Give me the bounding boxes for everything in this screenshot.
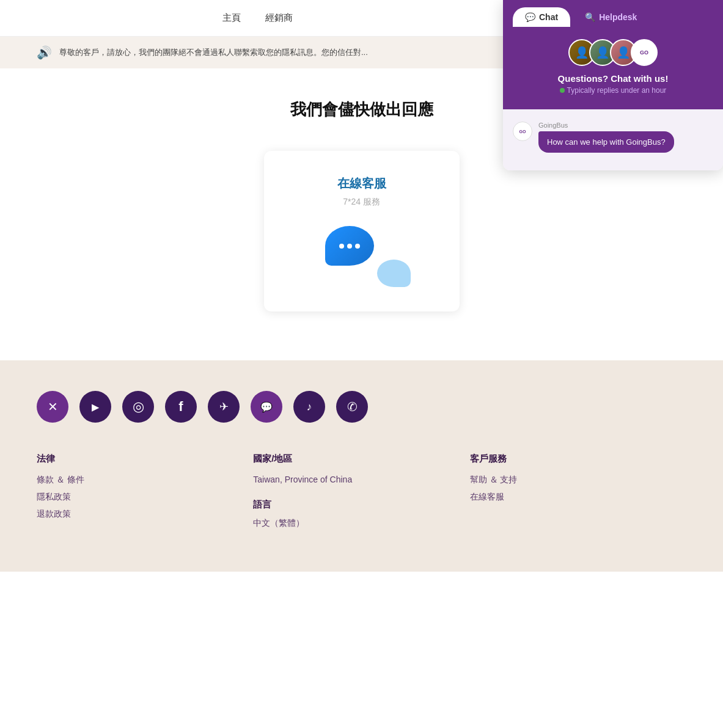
chat-message-bubble: How can we help with GoingBus? — [538, 131, 674, 153]
social-instagram[interactable]: ◎ — [122, 391, 154, 423]
notice-text: 尊敬的客戶，請放心，我們的團隊絕不會通過私人聯繫索取您的隱私訊息。您的信任對..… — [59, 47, 368, 58]
footer-lang-heading: 語言 — [253, 499, 469, 511]
footer-legal-heading: 法律 — [37, 453, 253, 465]
chat-bubble-secondary — [377, 260, 411, 287]
footer-online-service[interactable]: 在線客服 — [470, 492, 686, 503]
message-avatar-logo: GO — [519, 129, 526, 134]
chat-header-title: Questions? Chat with us! — [515, 73, 711, 84]
social-kakao[interactable]: 💬 — [251, 391, 282, 423]
footer-region: 國家/地區 Taiwan, Province of China 語言 中文（繁體… — [253, 453, 469, 535]
chat-message-sender: GoingBus — [538, 122, 674, 129]
chat-widget-body: GO GoingBus How can we help with GoingBu… — [503, 109, 723, 170]
service-card-title: 在線客服 — [301, 175, 423, 192]
chat-tab-chat[interactable]: 💬 Chat — [513, 7, 570, 27]
chat-status-text: Typically replies under an hour — [567, 86, 667, 95]
footer-privacy[interactable]: 隱私政策 — [37, 492, 253, 503]
footer-legal: 法律 條款 ＆ 條件 隱私政策 退款政策 — [37, 453, 253, 535]
chat-bubble-tab-icon: 💬 — [525, 12, 535, 22]
footer-region-heading: 國家/地區 — [253, 453, 469, 465]
chat-bubble-main — [325, 226, 374, 266]
chat-tabs: 💬 Chat 🔍 Helpdesk — [503, 0, 723, 27]
main-nav: 主頁 經銷商 — [222, 12, 293, 24]
chat-tab-helpdesk-label: Helpdesk — [599, 12, 637, 22]
chat-widget-header: 👤 👤 👤 GO Questions? Chat with us! Typica… — [503, 27, 723, 109]
dot-2 — [347, 244, 352, 249]
chat-tab-helpdesk[interactable]: 🔍 Helpdesk — [573, 7, 649, 27]
footer-refund[interactable]: 退款政策 — [37, 509, 253, 520]
dot-1 — [339, 244, 344, 249]
footer-support: 客戶服務 幫助 ＆ 支持 在線客服 — [470, 453, 686, 535]
footer-help[interactable]: 幫助 ＆ 支持 — [470, 475, 686, 486]
chat-message-content: GoingBus How can we help with GoingBus? — [538, 122, 674, 153]
footer-columns: 法律 條款 ＆ 條件 隱私政策 退款政策 國家/地區 Taiwan, Provi… — [37, 453, 686, 535]
social-row: ✕ ▶ ◎ f ✈ 💬 ♪ ✆ — [37, 391, 686, 423]
search-tab-icon: 🔍 — [585, 12, 595, 22]
chat-dots — [339, 244, 360, 249]
agent-avatar-logo: GO — [631, 39, 658, 66]
social-youtube[interactable]: ▶ — [79, 391, 111, 423]
service-card-subtitle: 7*24 服務 — [301, 197, 423, 208]
chat-header-status: Typically replies under an hour — [515, 86, 711, 95]
social-facebook[interactable]: f — [165, 391, 197, 423]
chat-message-avatar: GO — [513, 122, 532, 141]
social-tiktok[interactable]: ♪ — [293, 391, 325, 423]
nav-dealer[interactable]: 經銷商 — [265, 12, 293, 24]
nav-home[interactable]: 主頁 — [222, 12, 241, 24]
footer-support-heading: 客戶服務 — [470, 453, 686, 465]
chat-widget: 💬 Chat 🔍 Helpdesk 👤 👤 👤 GO Questions? Ch… — [503, 0, 723, 170]
footer-region-value[interactable]: Taiwan, Province of China — [253, 475, 469, 484]
chat-bubble-icon — [325, 226, 398, 281]
service-card[interactable]: 在線客服 7*24 服務 — [264, 151, 460, 311]
social-whatsapp[interactable]: ✆ — [336, 391, 368, 423]
speaker-icon: 🔊 — [37, 45, 52, 60]
chat-message-row: GO GoingBus How can we help with GoingBu… — [513, 122, 713, 153]
social-x[interactable]: ✕ — [37, 391, 68, 423]
chat-tab-chat-label: Chat — [539, 12, 558, 22]
status-dot — [560, 88, 565, 93]
footer-lang-value[interactable]: 中文（繁體） — [253, 518, 469, 529]
chat-icon-wrapper — [301, 226, 423, 281]
footer-terms[interactable]: 條款 ＆ 條件 — [37, 475, 253, 486]
page-footer: ✕ ▶ ◎ f ✈ 💬 ♪ ✆ 法律 條款 ＆ 條件 隱私政策 退款政策 國家/… — [0, 360, 723, 572]
dot-3 — [355, 244, 360, 249]
page-title: 我們會儘快做出回應 — [290, 99, 433, 120]
agent-avatars: 👤 👤 👤 GO — [515, 39, 711, 66]
logo-text: GO — [640, 49, 648, 56]
social-telegram[interactable]: ✈ — [208, 391, 240, 423]
